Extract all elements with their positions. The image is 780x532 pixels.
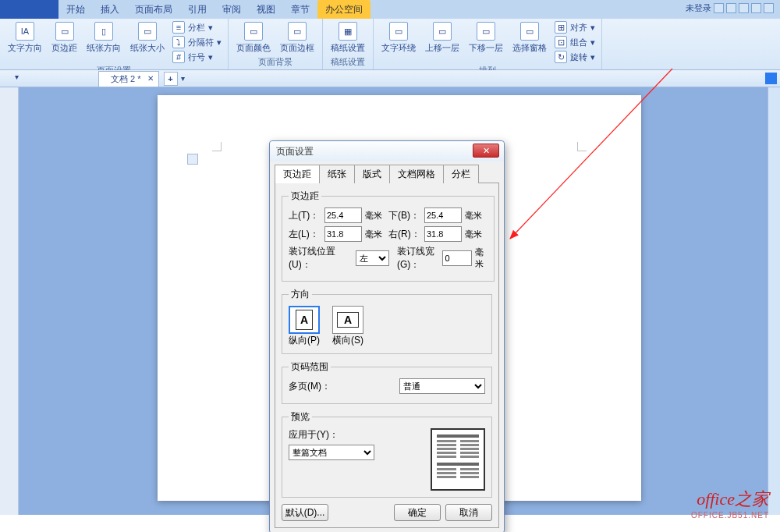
btn-group[interactable]: ⊡组合 ▾ xyxy=(553,35,597,49)
group-page-setup: IA文字方向 ▭页边距 ▯纸张方向 ▭纸张大小 ≡分栏 ▾ ⤵分隔符 ▾ #行号… xyxy=(0,19,229,69)
dialog-tabs: 页边距 纸张 版式 文档网格 分栏 xyxy=(275,165,499,183)
login-status[interactable]: 未登录 xyxy=(686,2,711,14)
left-unit: 毫米 xyxy=(365,229,382,240)
btn-manuscript[interactable]: ▦稿纸设置 xyxy=(328,20,368,55)
dialog-buttons: 默认(D)... 确定 取消 xyxy=(282,504,492,521)
margins-group: 页边距 上(T)： 毫米 下(B)： 毫米 左(L)： 毫米 右(R)： 毫米 xyxy=(282,190,495,282)
group-manuscript: ▦稿纸设置 稿纸设置 xyxy=(323,19,374,69)
btn-orientation[interactable]: ▯纸张方向 xyxy=(83,20,124,55)
vertical-ruler xyxy=(0,87,19,515)
page-thumbnail-icon xyxy=(187,154,198,165)
landscape-option[interactable]: A 横向(S) xyxy=(332,306,363,347)
dialog-title: 页面设置 xyxy=(276,145,314,158)
preview-group: 预览 应用于(Y)： 整篇文档 xyxy=(282,410,492,498)
btn-rotate[interactable]: ↻旋转 ▾ xyxy=(553,50,597,64)
dlg-tab-grid[interactable]: 文档网格 xyxy=(389,165,444,183)
btn-page-color[interactable]: ▭页面颜色 xyxy=(233,20,274,55)
tab-start[interactable]: 开始 xyxy=(58,0,93,19)
bottom-input[interactable] xyxy=(424,207,462,223)
group-page-background: ▭页面颜色 ▭页面边框 页面背景 xyxy=(229,19,323,69)
btn-wrap-text[interactable]: ▭文字环绕 xyxy=(378,20,419,55)
dlg-tab-margins[interactable]: 页边距 xyxy=(275,165,320,183)
left-input[interactable] xyxy=(324,226,362,242)
vertical-scrollbar[interactable] xyxy=(768,87,780,515)
doc-tabs-bar: ▾ 文档 2 * ✕ + ▾ xyxy=(0,70,780,87)
orientation-legend: 方向 xyxy=(289,288,312,301)
tab-review[interactable]: 审阅 xyxy=(214,0,249,19)
btn-send-backward[interactable]: ▭下移一层 xyxy=(466,20,506,55)
dialog-titlebar[interactable]: 页面设置 ✕ xyxy=(270,141,504,161)
pages-legend: 页码范围 xyxy=(289,360,331,374)
gutter-pos-label: 装订线位置(U)： xyxy=(289,245,353,271)
btn-columns[interactable]: ≡分栏 ▾ xyxy=(171,20,223,34)
pages-group: 页码范围 多页(M)： 普通 xyxy=(282,360,492,404)
btn-bring-forward[interactable]: ▭上移一层 xyxy=(422,20,463,55)
multi-select[interactable]: 普通 xyxy=(399,378,485,394)
tab-page-layout[interactable]: 页面布局 xyxy=(127,0,180,19)
gutter-pos-select[interactable]: 左 xyxy=(356,250,389,266)
portrait-option[interactable]: A 纵向(P) xyxy=(289,306,320,347)
document-tab[interactable]: 文档 2 * ✕ xyxy=(98,71,159,87)
crop-mark-tl xyxy=(212,142,222,151)
status-icon-4[interactable] xyxy=(751,3,761,13)
cancel-button[interactable]: 取消 xyxy=(445,504,492,521)
status-icon-5[interactable] xyxy=(764,3,774,13)
btn-size[interactable]: ▭纸张大小 xyxy=(127,20,168,55)
gutter-w-input[interactable] xyxy=(442,250,472,266)
btn-align[interactable]: ⊞对齐 ▾ xyxy=(553,20,597,34)
watermark-url: OFFICE.JB51.NET xyxy=(691,511,769,520)
group-label-background: 页面背景 xyxy=(233,55,317,69)
menu-bar: 开始 插入 页面布局 引用 审阅 视图 章节 办公空间 未登录 xyxy=(0,0,780,19)
btn-breaks[interactable]: ⤵分隔符 ▾ xyxy=(171,35,223,49)
bottom-unit: 毫米 xyxy=(465,210,482,222)
tab-workspace[interactable]: 办公空间 xyxy=(317,0,370,19)
document-tab-label: 文档 2 * xyxy=(111,74,141,83)
status-icon-3[interactable] xyxy=(739,3,749,13)
bottom-label: 下(B)： xyxy=(388,209,421,222)
preview-thumbnail xyxy=(431,428,485,491)
dlg-tab-layout[interactable]: 版式 xyxy=(354,165,390,183)
apply-label: 应用于(Y)： xyxy=(289,428,339,442)
ribbon: IA文字方向 ▭页边距 ▯纸张方向 ▭纸张大小 ≡分栏 ▾ ⤵分隔符 ▾ #行号… xyxy=(0,19,780,70)
top-unit: 毫米 xyxy=(365,210,382,222)
dlg-tab-paper[interactable]: 纸张 xyxy=(319,165,355,183)
btn-page-border[interactable]: ▭页面边框 xyxy=(277,20,317,55)
ok-button[interactable]: 确定 xyxy=(394,504,441,521)
right-label: 右(R)： xyxy=(388,228,421,241)
preview-legend: 预览 xyxy=(289,410,312,424)
btn-text-direction[interactable]: IA文字方向 xyxy=(5,20,45,55)
new-tab-button[interactable]: + xyxy=(164,72,178,86)
right-status-area: 未登录 xyxy=(686,2,774,14)
btn-selection-pane[interactable]: ▭选择窗格 xyxy=(509,20,550,55)
watermark-title: office之家 xyxy=(691,488,769,511)
tab-insert[interactable]: 插入 xyxy=(93,0,127,19)
default-button[interactable]: 默认(D)... xyxy=(282,504,328,521)
dialog-close-button[interactable]: ✕ xyxy=(473,144,499,158)
crop-mark-tr xyxy=(577,142,587,151)
status-icon-1[interactable] xyxy=(714,3,724,13)
landscape-label: 横向(S) xyxy=(332,334,363,347)
group-arrange: ▭文字环绕 ▭上移一层 ▭下移一层 ▭选择窗格 ⊞对齐 ▾ ⊡组合 ▾ ↻旋转 … xyxy=(374,19,602,69)
tab-dropdown-icon[interactable]: ▾ xyxy=(181,74,185,83)
tab-references[interactable]: 引用 xyxy=(180,0,214,19)
dlg-tab-columns[interactable]: 分栏 xyxy=(443,165,479,183)
top-input[interactable] xyxy=(324,207,362,223)
status-icon-2[interactable] xyxy=(726,3,736,13)
right-unit: 毫米 xyxy=(465,229,482,240)
orientation-group: 方向 A 纵向(P) A 横向(S) xyxy=(282,288,492,354)
portrait-label: 纵向(P) xyxy=(289,334,320,347)
tab-chapter[interactable]: 章节 xyxy=(283,0,317,19)
apply-select[interactable]: 整篇文档 xyxy=(289,445,374,460)
btn-line-numbers[interactable]: #行号 ▾ xyxy=(171,50,223,64)
minimize-panel-icon[interactable] xyxy=(765,73,777,84)
gutter-unit: 毫米 xyxy=(475,246,488,270)
dialog-panel: 页边距 上(T)： 毫米 下(B)： 毫米 左(L)： 毫米 右(R)： 毫米 xyxy=(275,183,499,528)
group-label-manuscript: 稿纸设置 xyxy=(328,55,368,69)
tab-view[interactable]: 视图 xyxy=(249,0,283,19)
close-tab-icon[interactable]: ✕ xyxy=(147,74,154,83)
btn-margins[interactable]: ▭页边距 xyxy=(48,20,80,55)
app-corner xyxy=(0,0,58,19)
multi-label: 多页(M)： xyxy=(289,380,331,393)
margins-legend: 页边距 xyxy=(289,190,321,203)
right-input[interactable] xyxy=(424,226,462,242)
